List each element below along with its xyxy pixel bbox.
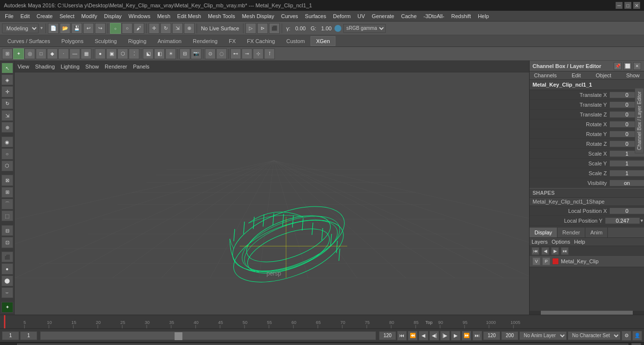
options-menu-item[interactable]: Options [552, 239, 570, 245]
menu-generate[interactable]: Generate [369, 12, 397, 20]
channel-translate-y[interactable]: Translate Y 0 [530, 100, 644, 110]
menu-redshift[interactable]: Redshift [448, 12, 474, 20]
menu-curves[interactable]: Curves [278, 12, 301, 20]
soft-select[interactable]: ◉ [1, 137, 13, 147]
anim-end-input[interactable] [501, 331, 518, 340]
tab-rendering[interactable]: Rendering [187, 36, 223, 46]
tab-curves-surfaces[interactable]: Curves / Surfaces [2, 36, 55, 46]
face-button[interactable]: ▦ [81, 48, 91, 59]
ch-val-sz[interactable]: 1 [610, 170, 644, 176]
select-tool-button[interactable]: ⬦ [110, 23, 121, 34]
next-keyframe-button[interactable]: |▶ [440, 331, 450, 341]
view-menu[interactable]: View [18, 64, 29, 69]
select-tool-left[interactable]: ↖ [1, 63, 13, 73]
wire-button[interactable]: ⬡ [117, 48, 128, 59]
layer-next-button[interactable]: ▶ [551, 247, 559, 255]
viewport[interactable]: View Shading Lighting Show Renderer Pane… [15, 61, 529, 315]
cb-expand-button[interactable]: ⬜ [623, 62, 631, 70]
channel-scale-x[interactable]: Scale X 1 [530, 149, 644, 159]
channel-rotate-z[interactable]: Rotate Z 0 [530, 139, 644, 149]
cylinder-btn[interactable]: ⬤ [1, 276, 13, 286]
lasso-button[interactable]: ○ [122, 23, 133, 34]
minimize-button[interactable]: ─ [616, 2, 622, 9]
menu-mesh[interactable]: Mesh [154, 12, 173, 20]
layer-last-button[interactable]: ⏭ [561, 247, 569, 255]
ipr-button[interactable]: ⊳ [257, 23, 268, 34]
workspace-selector[interactable]: Modeling [2, 23, 39, 33]
hide-button[interactable]: ◌ [216, 48, 227, 59]
move-tool-left[interactable]: ✛ [1, 86, 13, 97]
show-menu[interactable]: Show [86, 64, 99, 69]
select-mode-button[interactable]: ✦ [13, 48, 24, 59]
redo-button[interactable]: ↪ [95, 23, 106, 34]
channel-translate-z[interactable]: Translate Z 0 [530, 110, 644, 119]
channel-rotate-x[interactable]: Rotate X 0 [530, 119, 644, 129]
paint-tool[interactable]: ◈ [1, 74, 13, 85]
open-scene-button[interactable]: 📂 [60, 23, 70, 34]
panels-menu[interactable]: Panels [133, 64, 150, 69]
points-button[interactable]: ⁚ [129, 48, 139, 59]
layer-first-button[interactable]: ⏮ [532, 247, 539, 255]
anim-settings-button[interactable]: ⚙ [622, 331, 631, 341]
snap-surface[interactable]: ⬚ [1, 210, 13, 221]
ch-val-sy[interactable]: 1 [610, 161, 644, 166]
range-start-input[interactable] [20, 331, 37, 340]
light-button[interactable]: ☀ [165, 48, 176, 59]
channel-visibility[interactable]: Visibility on [530, 178, 644, 188]
universal-manip-button[interactable]: ⊕ [184, 23, 195, 34]
maximize-button[interactable]: □ [624, 2, 631, 9]
edit-menu[interactable]: Edit [570, 72, 582, 78]
script-editor-button[interactable]: 📝 [631, 343, 641, 345]
marker1-button[interactable]: ⊷ [230, 48, 241, 59]
object-menu[interactable]: Object [594, 72, 613, 78]
prev-keyframe-button[interactable]: ◀| [429, 331, 439, 341]
lpy-expand[interactable]: ▼ [640, 218, 644, 223]
ch-val-lpx[interactable]: 0 [610, 208, 644, 214]
layer-prev-button[interactable]: ◀ [541, 247, 549, 255]
menu-modify[interactable]: Modify [78, 12, 100, 20]
snap-grid-button[interactable]: ⊞ [2, 48, 13, 59]
skip-to-end-button[interactable]: ⏭ [472, 331, 482, 341]
ch-val-lpy[interactable]: 0.247 [605, 218, 640, 224]
tab-rigging[interactable]: Rigging [123, 36, 152, 46]
ch-val-vis[interactable]: on [610, 180, 644, 186]
snap-grid-left[interactable]: ⊞ [1, 187, 13, 198]
paint-select-button[interactable]: 🖌 [133, 23, 144, 34]
menu-edit[interactable]: Edit [18, 12, 33, 20]
menu-3dto[interactable]: -3DtoAll- [421, 12, 447, 20]
step-back-button[interactable]: ⏪ [408, 331, 418, 341]
vertex-button[interactable]: · [58, 48, 69, 59]
attribute-editor-tab[interactable]: Channel Box / Layer Editor [635, 88, 644, 154]
channels-menu[interactable]: Channels [533, 72, 558, 78]
layer-p-button[interactable]: P [542, 257, 550, 265]
skip-to-start-button[interactable]: ⏮ [397, 331, 407, 341]
menu-mesh-display[interactable]: Mesh Display [239, 12, 277, 20]
menu-mesh-tools[interactable]: Mesh Tools [205, 12, 238, 20]
undo-button[interactable]: ↩ [83, 23, 94, 34]
isolate-button[interactable]: ⊙ [205, 48, 216, 59]
object-mode-button[interactable]: □ [36, 48, 46, 59]
playback-end-input[interactable] [483, 331, 500, 340]
glasses-btn[interactable]: ⊡ [1, 237, 13, 248]
xray-button[interactable]: ⬕ [143, 48, 154, 59]
lasso-left[interactable]: ○ [1, 148, 13, 159]
scroll-thumb[interactable] [541, 311, 632, 315]
render-button[interactable]: ▷ [245, 23, 256, 34]
tab-sculpting[interactable]: Sculpting [89, 36, 122, 46]
marker2-button[interactable]: ⊸ [242, 48, 252, 59]
layer-visibility-button[interactable]: V [533, 257, 540, 265]
char-set-select[interactable]: No Character Set [568, 331, 621, 340]
viewport-render-button[interactable]: ⬛ [269, 23, 280, 34]
tab-polygons[interactable]: Polygons [56, 36, 89, 46]
hierarchy-button[interactable]: ◎ [24, 48, 35, 59]
flat-shade-button[interactable]: ▣ [106, 48, 117, 59]
artisan[interactable]: ⬡ [1, 161, 13, 171]
current-frame-input[interactable] [2, 331, 19, 340]
lighting-menu[interactable]: Lighting [61, 64, 80, 69]
play-forward-button[interactable]: ▶ [451, 331, 461, 341]
tab-animation[interactable]: Animation [152, 36, 187, 46]
move-button[interactable]: ✛ [149, 23, 159, 34]
cb-pin-button[interactable]: 📌 [614, 62, 622, 70]
display-tab[interactable]: Display [530, 228, 557, 237]
menu-uv[interactable]: UV [355, 12, 368, 20]
